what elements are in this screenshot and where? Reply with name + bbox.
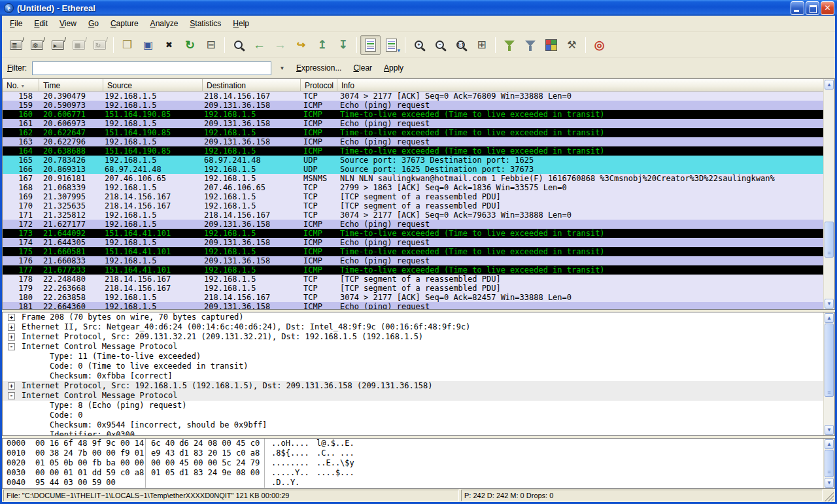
packet-row-169[interactable]: 16921.307995218.14.156.167192.168.1.5TCP…: [3, 192, 823, 201]
minimize-button[interactable]: [791, 1, 804, 15]
detail-line[interactable]: Code: 0 (Time to live exceeded in transi…: [3, 361, 823, 371]
preferences-button[interactable]: ⚒: [562, 35, 582, 55]
hex-row[interactable]: 001000 38 24 7b 00 00 f9 01e9 43 d1 83 2…: [3, 448, 823, 458]
close-button[interactable]: [821, 1, 834, 15]
capture-interfaces-button[interactable]: ≣: [6, 35, 26, 55]
packet-row-181[interactable]: 18122.664360192.168.1.5209.131.36.158ICM…: [3, 302, 823, 309]
column-header-info[interactable]: Info: [337, 79, 823, 92]
zoom-100-button[interactable]: 1:1: [451, 35, 471, 55]
menu-view[interactable]: View: [54, 17, 82, 30]
file-save-button[interactable]: ▣: [138, 35, 158, 55]
expand-icon[interactable]: +: [8, 382, 15, 390]
packet-row-159[interactable]: 15920.590973192.168.1.5209.131.36.158ICM…: [3, 101, 823, 110]
file-close-button[interactable]: ✖: [159, 35, 179, 55]
help-button[interactable]: ◎: [589, 35, 609, 55]
column-header-protocol[interactable]: Protocol: [301, 79, 337, 92]
packet-list-scrollbar[interactable]: ▲ ▼: [823, 79, 834, 309]
packet-row-165[interactable]: 16520.783426192.168.1.568.97.241.48UDPSo…: [3, 156, 823, 165]
expand-icon[interactable]: +: [8, 324, 15, 331]
menu-statistics[interactable]: Statistics: [184, 17, 226, 30]
coloring-rules-button[interactable]: [541, 35, 561, 55]
packet-row-174[interactable]: 17421.644305192.168.1.5209.131.36.158ICM…: [3, 238, 823, 247]
packet-row-166[interactable]: 16620.86931368.97.241.48192.168.1.5UDPSo…: [3, 165, 823, 174]
go-back-button[interactable]: ←: [249, 35, 269, 55]
expression-button[interactable]: Expression...: [293, 62, 345, 74]
packet-row-164[interactable]: 16420.638688151.164.190.85192.168.1.5ICM…: [3, 146, 823, 156]
find-packet-button[interactable]: [228, 35, 248, 55]
packet-row-177[interactable]: 17721.677233151.164.41.101192.168.1.5ICM…: [3, 265, 823, 275]
resize-columns-button[interactable]: ⊞: [471, 35, 492, 55]
menu-capture[interactable]: Capture: [105, 17, 144, 30]
filter-label[interactable]: Filter:: [7, 63, 27, 73]
scroll-down-icon[interactable]: ▼: [825, 299, 834, 309]
zoom-in-button[interactable]: +: [409, 35, 429, 55]
packet-row-161[interactable]: 16120.606973192.168.1.5209.131.36.158ICM…: [3, 119, 823, 128]
detail-line[interactable]: +Ethernet II, Src: Netgear_40:d6:24 (00:…: [3, 322, 823, 332]
clear-button[interactable]: Clear: [350, 62, 375, 74]
scrollbar-thumb[interactable]: [825, 324, 834, 397]
detail-line[interactable]: Code: 0: [3, 411, 823, 420]
column-header-destination[interactable]: Destination: [203, 79, 301, 92]
detail-line[interactable]: Type: 8 (Echo (ping) request): [3, 401, 823, 411]
menu-go[interactable]: Go: [83, 17, 104, 30]
detail-line[interactable]: +Internet Protocol, Src: 192.168.1.5 (19…: [3, 381, 823, 391]
hex-row[interactable]: 003000 00 01 01 dd 59 c0 a801 05 d1 83 2…: [3, 468, 823, 478]
filter-input[interactable]: [32, 61, 271, 75]
packet-row-180[interactable]: 18022.263858192.168.1.5218.14.156.167TCP…: [3, 293, 823, 302]
go-to-packet-button[interactable]: ↪: [291, 35, 311, 55]
go-to-top-button[interactable]: ↥: [312, 35, 332, 55]
scroll-down-icon[interactable]: ▼: [825, 425, 834, 435]
hex-scrollbar[interactable]: ▲ ▼: [823, 439, 834, 488]
packet-row-172[interactable]: 17221.627177192.168.1.5209.131.36.158ICM…: [3, 220, 823, 229]
scroll-up-icon[interactable]: ▲: [825, 313, 834, 323]
detail-scrollbar[interactable]: ▲ ▼: [823, 312, 834, 435]
hex-row[interactable]: 004095 44 03 00 59 00.D..Y.: [3, 478, 823, 488]
colorize-button[interactable]: [360, 35, 381, 55]
file-open-button[interactable]: ❒: [117, 35, 137, 55]
capture-options-button[interactable]: ⚙: [27, 35, 47, 55]
menu-help[interactable]: Help: [228, 17, 254, 30]
column-header-source[interactable]: Source: [103, 79, 203, 92]
detail-line[interactable]: Identifier: 0x0300: [3, 430, 823, 435]
collapse-icon[interactable]: -: [8, 343, 15, 350]
title-bar[interactable]: e (Untitled) - Ethereal: [0, 0, 837, 16]
detail-line[interactable]: Checksum: 0x9544 [incorrect, should be 0…: [3, 420, 823, 430]
apply-button[interactable]: Apply: [381, 62, 407, 74]
capture-filter-button[interactable]: [499, 35, 519, 55]
display-filter-button[interactable]: [520, 35, 540, 55]
scroll-down-icon[interactable]: ▼: [825, 478, 834, 488]
reload-button[interactable]: ↻: [180, 35, 200, 55]
packet-row-176[interactable]: 17621.660833192.168.1.5209.131.36.158ICM…: [3, 256, 823, 265]
packet-row-163[interactable]: 16320.622796192.168.1.5209.131.36.158ICM…: [3, 137, 823, 146]
packet-row-173[interactable]: 17321.644092151.164.41.101192.168.1.5ICM…: [3, 229, 823, 238]
print-button[interactable]: ⊟: [201, 35, 221, 55]
detail-line[interactable]: Checksum: 0xfbba [correct]: [3, 371, 823, 381]
detail-line[interactable]: -Internet Control Message Protocol: [3, 391, 823, 401]
detail-line[interactable]: -Internet Control Message Protocol: [3, 342, 823, 352]
detail-line[interactable]: +Frame 208 (70 bytes on wire, 70 bytes c…: [3, 312, 823, 322]
detail-line[interactable]: +Internet Protocol, Src: 209.131.32.21 (…: [3, 332, 823, 342]
packet-row-168[interactable]: 16821.068339192.168.1.5207.46.106.65TCP2…: [3, 183, 823, 192]
packet-row-171[interactable]: 17121.325812192.168.1.5218.14.156.167TCP…: [3, 210, 823, 220]
expand-icon[interactable]: +: [8, 333, 15, 341]
restore-button[interactable]: [806, 1, 819, 15]
packet-row-158[interactable]: 15820.390479192.168.1.5218.14.156.167TCP…: [3, 92, 823, 101]
expand-icon[interactable]: +: [8, 314, 15, 321]
menu-analyze[interactable]: Analyze: [145, 17, 184, 30]
collapse-icon[interactable]: -: [8, 392, 15, 399]
hex-row[interactable]: 000000 16 6f 48 9f 9c 00 146c 40 d6 24 0…: [3, 439, 823, 448]
packet-row-167[interactable]: 16720.916181207.46.106.65192.168.1.5MSNM…: [3, 174, 823, 183]
menu-edit[interactable]: Edit: [29, 17, 53, 30]
packet-row-179[interactable]: 17922.263668218.14.156.167192.168.1.5TCP…: [3, 284, 823, 293]
scroll-up-icon[interactable]: ▲: [825, 439, 834, 449]
packet-row-160[interactable]: 16020.606771151.164.190.85192.168.1.5ICM…: [3, 110, 823, 119]
column-header-time[interactable]: Time: [39, 79, 103, 92]
packet-row-162[interactable]: 16220.622647151.164.190.85192.168.1.5ICM…: [3, 128, 823, 137]
scroll-up-icon[interactable]: ▲: [825, 80, 834, 90]
menu-file[interactable]: File: [5, 17, 27, 30]
packet-row-175[interactable]: 17521.660581151.164.41.101192.168.1.5ICM…: [3, 247, 823, 256]
hex-row[interactable]: 002001 05 0b 00 fb ba 00 0000 00 45 00 0…: [3, 458, 823, 468]
packet-row-178[interactable]: 17822.248480218.14.156.167192.168.1.5TCP…: [3, 275, 823, 284]
capture-start-button[interactable]: ▸: [48, 35, 68, 55]
go-to-bottom-button[interactable]: ↧: [333, 35, 353, 55]
